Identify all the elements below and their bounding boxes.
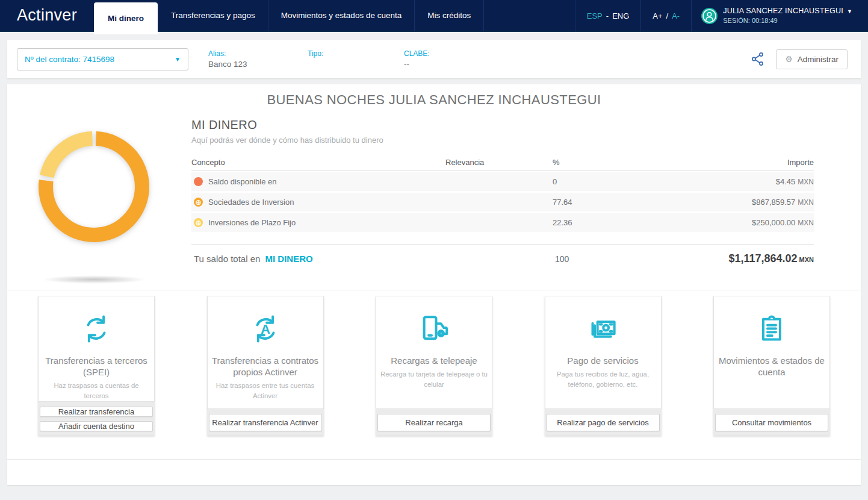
- card-transferencias-terceros: Transferencias a terceros (SPEI) Haz tra…: [38, 296, 155, 436]
- action-cards: Transferencias a terceros (SPEI) Haz tra…: [7, 290, 861, 436]
- section-subtitle: Aquí podrás ver dónde y cómo has distrib…: [191, 136, 814, 145]
- donut-chart-area: [7, 111, 191, 290]
- header-relevancia: Relevancia: [445, 158, 553, 167]
- total-amount: $1,117,864.02: [728, 252, 797, 264]
- row-currency: MXN: [798, 198, 814, 207]
- language-toggle[interactable]: ESP - ENG: [575, 0, 641, 32]
- nav-tabs: Mi dinero Transferencias y pagos Movimie…: [94, 0, 484, 31]
- clabe-value: --: [404, 60, 430, 69]
- alias-value: Banco 123: [208, 60, 288, 69]
- card-subtitle: Recarga tu tarjeta de telepeaje o tu cel…: [379, 369, 489, 390]
- card-title: Movimientos & estados de cuenta: [717, 355, 826, 378]
- header-importe: Importe: [625, 158, 814, 167]
- mi-dinero-section: MI DINERO Aquí podrás ver dónde y cómo h…: [7, 111, 861, 290]
- card-title: Transferencias a contratos propios Actin…: [211, 355, 320, 378]
- contract-actions: ⚙ Administrar: [751, 49, 861, 69]
- person-icon: [701, 8, 718, 24]
- lang-eng[interactable]: ENG: [612, 11, 629, 20]
- card-title: Transferencias a terceros (SPEI): [42, 355, 151, 378]
- card-pago-servicios: Pago de servicios Paga tus recibos de lu…: [545, 296, 662, 436]
- contract-select[interactable]: Nº del contrato: 7415698 ▼: [17, 48, 188, 70]
- administrar-button[interactable]: ⚙ Administrar: [776, 49, 848, 69]
- row-currency: MXN: [798, 178, 814, 186]
- card-subtitle: Haz traspasos entre tus cuentas Actinver: [211, 381, 320, 401]
- clabe-label: CLABE:: [404, 49, 430, 58]
- main-panel: BUENAS NOCHES JULIA SANCHEZ INCHAUSTEGUI…: [7, 84, 861, 485]
- total-pct: 100: [555, 254, 627, 264]
- tab-mis-creditos[interactable]: Mis créditos: [414, 0, 484, 31]
- user-avatar[interactable]: [701, 8, 718, 24]
- table-row: ⊕ Inversiones de Plazo Fijo 22.36 $250,0…: [191, 213, 814, 232]
- tipo-value: [308, 60, 384, 69]
- row-pct: 77.64: [553, 198, 625, 207]
- row-pct: 22.36: [553, 218, 625, 227]
- row-pct: 0: [553, 177, 625, 186]
- header-concepto: Concepto: [191, 158, 445, 167]
- svg-text:A: A: [260, 322, 270, 337]
- sociedades-coin-icon: ⊕: [194, 198, 203, 207]
- lang-divider: -: [606, 11, 609, 20]
- table-row: ⊕ Sociedades de Inversion 77.64 $867,859…: [191, 193, 814, 211]
- user-info: JULIA SANCHEZ INCHAUSTEGUI ▼ SESIÓN: 00:…: [723, 7, 852, 25]
- row-importe: $867,859.57: [752, 198, 795, 207]
- phone-car-icon: [379, 311, 489, 347]
- card-movimientos-estados: Movimientos & estados de cuenta Consulta…: [713, 296, 830, 436]
- card-subtitle: Haz traspasos a cuentas de terceros: [42, 381, 151, 401]
- row-concepto: Inversiones de Plazo Fijo: [208, 218, 296, 227]
- row-concepto: Sociedades de Inversion: [208, 198, 294, 207]
- mi-dinero-link[interactable]: MI DINERO: [265, 254, 313, 264]
- anadir-cuenta-destino-button[interactable]: Añadir cuenta destino: [40, 421, 153, 431]
- gear-icon: ⚙: [785, 54, 793, 64]
- section-title: MI DINERO: [191, 118, 814, 132]
- alias-label: Alias:: [208, 49, 288, 58]
- font-increase[interactable]: A+: [653, 11, 662, 20]
- chevron-down-icon: ▼: [175, 56, 181, 63]
- total-prefix: Tu saldo total en: [194, 254, 260, 264]
- administrar-label: Administrar: [798, 55, 839, 64]
- consultar-movimientos-button[interactable]: Consultar movimientos: [715, 414, 828, 431]
- card-body: Movimientos & estados de cuenta: [713, 296, 830, 409]
- share-icon[interactable]: [751, 51, 765, 67]
- total-row: Tu saldo total en MI DINERO 100 $1,117,8…: [191, 245, 814, 265]
- header-pct: %: [553, 158, 625, 167]
- transfer-arrows-icon: [42, 311, 151, 347]
- chevron-down-icon[interactable]: ▼: [847, 8, 852, 15]
- realizar-pago-servicios-button[interactable]: Realizar pago de servicios: [547, 414, 660, 431]
- card-transferencias-actinver: A Transferencias a contratos propios Act…: [207, 296, 324, 436]
- card-title: Pago de servicios: [548, 355, 658, 367]
- tab-transferencias-y-pagos[interactable]: Transferencias y pagos: [158, 0, 268, 31]
- actinver-logo[interactable]: Actinver: [17, 6, 94, 31]
- tab-movimientos-y-estados[interactable]: Movimientos y estados de cuenta: [268, 0, 414, 31]
- money-bills-icon: [548, 311, 658, 347]
- tipo-label: Tipo:: [308, 49, 384, 58]
- row-currency: MXN: [798, 219, 814, 227]
- user-menu[interactable]: JULIA SANCHEZ INCHAUSTEGUI ▼ SESIÓN: 00:…: [691, 0, 868, 32]
- card-body: A Transferencias a contratos propios Act…: [207, 296, 324, 409]
- realizar-recarga-button[interactable]: Realizar recarga: [377, 414, 491, 431]
- user-name: JULIA SANCHEZ INCHAUSTEGUI: [723, 7, 843, 16]
- transfer-arrows-a-icon: A: [211, 311, 320, 347]
- mi-dinero-content: MI DINERO Aquí podrás ver dónde y cómo h…: [191, 111, 861, 290]
- clipboard-icon: [717, 311, 826, 347]
- card-title: Recargas & telepeaje: [379, 355, 489, 367]
- tipo-field: Tipo:: [308, 49, 384, 69]
- lang-esp[interactable]: ESP: [587, 11, 603, 20]
- card-body: Transferencias a terceros (SPEI) Haz tra…: [38, 296, 155, 402]
- font-decrease[interactable]: A-: [672, 11, 680, 20]
- tab-mi-dinero[interactable]: Mi dinero: [94, 2, 158, 34]
- bottom-divider: [7, 459, 861, 460]
- realizar-transferencia-button[interactable]: Realizar transferencia: [40, 407, 153, 417]
- fontsize-divider: /: [666, 11, 669, 20]
- card-body: Pago de servicios Paga tus recibos de lu…: [545, 296, 662, 409]
- saldo-disponible-dot-icon: [194, 177, 203, 186]
- font-size-toggle[interactable]: A+ / A-: [640, 0, 691, 32]
- clabe-field: CLABE: --: [404, 49, 430, 69]
- donut-shadow: [42, 275, 146, 284]
- alias-field: Alias: Banco 123: [208, 49, 288, 69]
- card-recargas-telepeaje: Recargas & telepeaje Recarga tu tarjeta …: [376, 296, 492, 436]
- row-importe: $4.45: [776, 177, 796, 186]
- plazo-fijo-coin-icon: ⊕: [194, 218, 203, 227]
- top-navigation: Actinver Mi dinero Transferencias y pago…: [0, 0, 868, 32]
- greeting-text: BUENAS NOCHES JULIA SANCHEZ INCHAUSTEGUI: [7, 84, 861, 111]
- realizar-transferencia-actinver-button[interactable]: Realizar transferencia Actinver: [209, 414, 322, 431]
